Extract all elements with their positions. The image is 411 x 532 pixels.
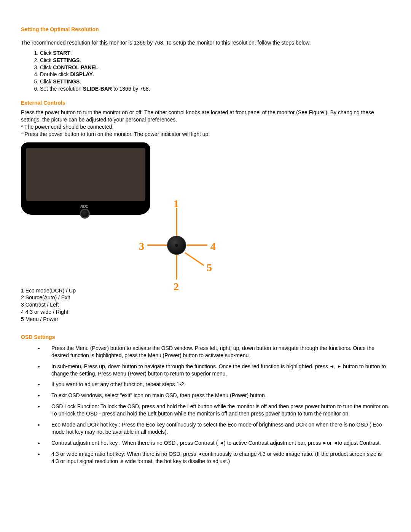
- joystick-diagram: 1 2 3 4 5: [135, 203, 219, 283]
- ext-ctrl-p1: Press the power button to turn the monit…: [21, 109, 390, 123]
- control-legend-item: 3 Contrast / Left: [21, 301, 390, 308]
- step-item: Click SETTINGS.: [40, 57, 390, 64]
- control-legend-item: 2 Source(Auto) / Exit: [21, 294, 390, 301]
- osd-bullet-list: Press the Menu (Power) button to activat…: [44, 345, 390, 465]
- heading-optimal-resolution: Setting the Optimal Resolution: [21, 26, 390, 33]
- left-arrow-icon: ◄: [198, 452, 202, 456]
- diagram-number-2: 2: [174, 280, 179, 294]
- osd-bullet: Press the Menu (Power) button to activat…: [44, 345, 390, 359]
- ext-ctrl-p2: * The power cord should be connected.: [21, 123, 390, 131]
- osd-bullet: OSD Lock Function: To lock the OSD, pres…: [44, 403, 390, 417]
- joystick-icon: [167, 236, 186, 255]
- step-item: Click SETTINGS.: [40, 78, 390, 85]
- step-item: Set the resolution SLIDE-BAR to 1366 by …: [40, 85, 390, 93]
- step-item: Double click DISPLAY.: [40, 71, 390, 78]
- osd-bullet: Contrast adjustment hot key : When there…: [44, 439, 390, 447]
- osd-bullet: In sub-menu, Press up, down button to na…: [44, 363, 390, 377]
- monitor-nav-button-icon: [80, 209, 90, 219]
- left-arrow-icon: ◄: [330, 364, 334, 369]
- osd-bullet: To exit OSD windows, select "exit" icon …: [44, 392, 390, 399]
- resolution-steps: Click START.Click SETTINGS.Click CONTROL…: [40, 50, 390, 93]
- control-legend-item: 4 4:3 or wide / Right: [21, 308, 390, 316]
- heading-osd-settings: OSD Settings: [21, 334, 390, 341]
- diagram-arm-up: [176, 208, 177, 236]
- intro-text: The recommended resolution for this moni…: [21, 39, 390, 46]
- right-arrow-icon: ►: [337, 364, 341, 369]
- osd-bullet: If you want to adjust any other function…: [44, 381, 390, 388]
- step-item: Click CONTROL PANEL.: [40, 64, 390, 71]
- ext-ctrl-p3: * Press the power button to turn on the …: [21, 131, 390, 138]
- left-arrow-icon: ◄: [219, 441, 224, 445]
- monitor-outline: NOC: [21, 142, 150, 230]
- control-legend: 1 Eco mode(DCR) / Up2 Source(Auto) / Exi…: [21, 287, 390, 323]
- left-arrow-icon: ◄: [333, 441, 338, 445]
- diagram-arm-diagonal: [185, 252, 204, 266]
- right-arrow-icon: ►: [322, 441, 327, 445]
- heading-external-controls: External Controls: [21, 99, 390, 107]
- control-legend-item: 1 Eco mode(DCR) / Up: [21, 287, 390, 294]
- diagram-number-1: 1: [174, 197, 179, 211]
- diagram-arm-down: [176, 255, 177, 280]
- osd-bullet: 4:3 or wide image ratio hot key: When th…: [44, 451, 390, 465]
- monitor-screen: [26, 148, 145, 201]
- control-legend-item: 5 Menu / Power: [21, 316, 390, 323]
- monitor-figure: NOC 1 2 3 4 5: [21, 142, 219, 283]
- diagram-number-5: 5: [207, 260, 212, 275]
- diagram-arm-left: [147, 244, 167, 246]
- diagram-number-3: 3: [139, 239, 144, 254]
- diagram-arm-right: [186, 244, 207, 246]
- osd-bullet: Eco Mode and DCR hot key : Press the Eco…: [44, 421, 390, 436]
- diagram-number-4: 4: [210, 239, 216, 254]
- step-item: Click START.: [40, 50, 390, 57]
